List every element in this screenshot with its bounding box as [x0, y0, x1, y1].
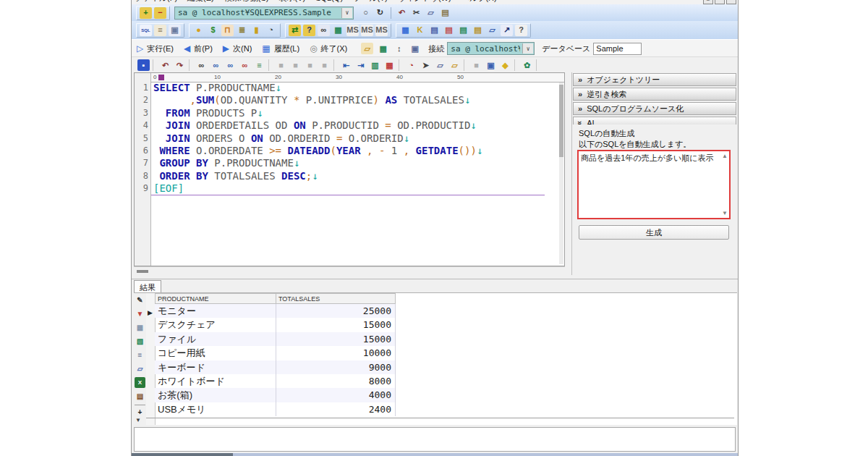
find-icon[interactable]: ∞: [195, 59, 208, 71]
column-header[interactable]: TOTALSALES: [276, 293, 396, 304]
window-copy-icon[interactable]: ▣: [169, 25, 181, 36]
table-icon[interactable]: ▦: [399, 25, 412, 36]
cell-productname[interactable]: ホワイトボード: [155, 374, 276, 388]
column-header[interactable]: PRODUCTNAME: [155, 293, 276, 304]
db-disconnect-icon[interactable]: −: [154, 7, 166, 19]
palette-section-collapsed[interactable]: »SQLのプログラムソース化: [573, 102, 736, 115]
cell-productname[interactable]: モニター: [155, 304, 276, 318]
db-icon[interactable]: ▮: [250, 25, 263, 36]
undo-icon[interactable]: ↶: [159, 59, 171, 71]
cell-totalsales[interactable]: 25000: [276, 304, 396, 318]
open-folder-icon[interactable]: ▱: [361, 43, 373, 54]
lock-icon[interactable]: ⊓: [221, 25, 234, 36]
script-icon[interactable]: ≡: [154, 25, 166, 36]
copy-icon[interactable]: ▱: [425, 7, 437, 19]
paint-icon[interactable]: ◆: [499, 59, 511, 71]
external-link-icon[interactable]: ↗: [501, 25, 513, 36]
editor-horizontal-scrollbar[interactable]: [134, 266, 565, 276]
editor-vertical-scrollbar[interactable]: [559, 83, 563, 264]
grep-list-icon[interactable]: ≡: [253, 59, 265, 71]
table-row[interactable]: ファイル15000: [155, 332, 396, 346]
block1-icon[interactable]: ■: [275, 59, 287, 71]
cell-totalsales[interactable]: 10000: [276, 346, 396, 360]
menu-item[interactable]: ツール(T): [353, 0, 388, 4]
table-row[interactable]: コピー用紙10000: [155, 346, 396, 360]
ai-prompt-textarea[interactable]: 商品を過去1年の売上が多い順に表示 ▲ ▼: [577, 150, 731, 219]
find-next-icon[interactable]: ∞: [210, 59, 222, 71]
cell-productname[interactable]: キーボード: [155, 360, 276, 374]
clock-icon[interactable]: ◔: [265, 25, 277, 36]
run-button[interactable]: ▷実行(E): [132, 42, 179, 56]
table-row[interactable]: デスクチェア15000: [155, 318, 396, 332]
indent-icon[interactable]: ⇥: [354, 59, 367, 71]
edit-pencil-icon[interactable]: ✎: [135, 295, 145, 305]
table-row[interactable]: モニター25000: [155, 304, 396, 318]
cell-productname[interactable]: お茶(箱): [155, 388, 276, 402]
user-icon[interactable]: ●: [192, 25, 205, 36]
undo-icon[interactable]: ↶: [396, 7, 408, 19]
reload-icon[interactable]: ↻: [374, 7, 386, 19]
copy-pages-icon[interactable]: ▱: [486, 25, 498, 36]
copy-icon[interactable]: ▱: [135, 363, 145, 374]
new-sql-icon[interactable]: SQL: [140, 25, 152, 36]
db-question-icon[interactable]: ?: [303, 25, 315, 36]
scroll-down-icon[interactable]: ▼: [722, 210, 728, 216]
grid-window-icon[interactable]: ▤: [472, 25, 484, 36]
prev-button[interactable]: ◀前(P): [179, 42, 218, 56]
grid-import-icon[interactable]: ▦: [377, 43, 389, 54]
cell-totalsales[interactable]: 15000: [276, 332, 396, 346]
select-block-icon[interactable]: ▥: [369, 59, 381, 71]
connection-combobox[interactable]: sa @ localhost¥SQLEXPRESS.Sample ∨: [174, 7, 354, 20]
stop-button[interactable]: ◎終了(X): [305, 42, 352, 56]
generate-button[interactable]: 生成: [579, 225, 729, 240]
db-sync-icon[interactable]: ⇄: [289, 25, 301, 36]
sql-search-icon[interactable]: ∞: [318, 25, 330, 36]
cell-productname[interactable]: ファイル: [155, 332, 276, 346]
menu-item[interactable]: SQL(Q): [315, 0, 343, 2]
find-prev-icon[interactable]: ∞: [224, 59, 237, 71]
ms-report-icon[interactable]: MS: [375, 25, 388, 36]
table-row[interactable]: ホワイトボード8000: [155, 374, 396, 388]
menu-item[interactable]: ファイル(F): [135, 0, 177, 4]
colored-grid-icon[interactable]: ▦: [383, 59, 396, 71]
record-circle-icon[interactable]: ○: [359, 7, 372, 19]
filter-icon[interactable]: ▼: [135, 308, 145, 319]
swap-icon[interactable]: ↕: [393, 43, 405, 54]
gray-square-icon[interactable]: ■: [470, 59, 482, 71]
menu-item[interactable]: 検索/移動(S): [224, 0, 269, 4]
menu-item[interactable]: 表示(V): [278, 0, 305, 4]
chevron-down-icon[interactable]: ∨: [522, 43, 533, 54]
money-icon[interactable]: $: [207, 25, 219, 36]
image-window-icon[interactable]: ▤: [457, 25, 469, 36]
print-icon[interactable]: ▤: [135, 391, 145, 402]
scroll-down-icon[interactable]: ▼: [135, 417, 141, 423]
ms-search-icon[interactable]: MS: [346, 25, 359, 36]
menu-item[interactable]: ヘルプ(H): [461, 0, 497, 4]
palette-section-collapsed[interactable]: »オブジェクトツリー: [573, 73, 736, 86]
save-icon[interactable]: ▪: [137, 59, 150, 71]
timer-icon[interactable]: ◔: [405, 59, 417, 71]
find-mark-icon[interactable]: ∞: [239, 59, 251, 71]
menu-item[interactable]: 編集(E): [187, 0, 214, 4]
menu-item[interactable]: ウィンドウ(W): [398, 0, 451, 4]
scroll-up-icon[interactable]: ▲: [722, 153, 728, 159]
cursor-icon[interactable]: ➤: [420, 59, 432, 71]
form-window-icon[interactable]: ▤: [443, 25, 455, 36]
cell-productname[interactable]: デスクチェア: [155, 318, 276, 332]
next-button[interactable]: ▶次(N): [218, 42, 258, 56]
db-connect-icon[interactable]: +: [140, 7, 152, 19]
history-button[interactable]: ▦履歴(L): [257, 42, 305, 56]
paste-icon[interactable]: ▤: [439, 7, 451, 19]
palette-section-collapsed[interactable]: »逆引き検索: [573, 88, 736, 101]
cell-productname[interactable]: コピー用紙: [155, 346, 276, 360]
calendar-window-icon[interactable]: ▤: [428, 25, 441, 36]
ms-grid-icon[interactable]: MS: [361, 25, 373, 36]
table-export-icon[interactable]: ▦: [332, 25, 344, 36]
layout-icon[interactable]: ▣: [409, 43, 421, 54]
help-icon[interactable]: ?: [515, 25, 527, 36]
cut-icon[interactable]: ✂: [410, 7, 422, 19]
export-grid-icon[interactable]: ▧: [135, 336, 145, 347]
folder-open-icon[interactable]: ▱: [448, 59, 461, 71]
cell-totalsales[interactable]: 15000: [276, 318, 396, 332]
script-icon[interactable]: ≡: [135, 350, 145, 360]
